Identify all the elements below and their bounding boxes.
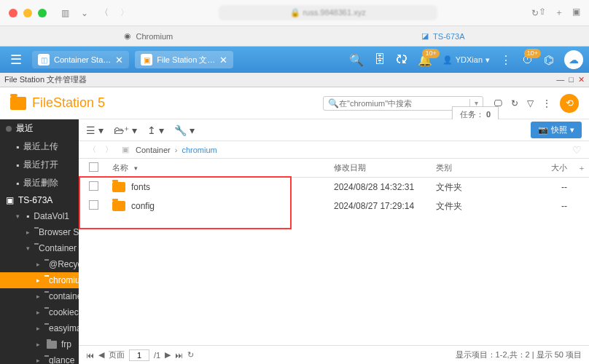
sidebar-volume[interactable]: ▾▪ DataVol1 bbox=[0, 208, 79, 224]
cloud-icon[interactable]: ☁ bbox=[564, 50, 583, 69]
create-button[interactable]: 🗁⁺ ▾ bbox=[114, 124, 137, 136]
main-area: 最近 ▪ 最近上传 ▪ 最近打开 ▪ 最近删除 ▣ TS-673A ▾▪ Dat… bbox=[0, 119, 589, 364]
settings-icon[interactable]: ⋮ bbox=[542, 98, 551, 108]
close-icon[interactable]: ✕ bbox=[578, 75, 585, 84]
speed-icon[interactable]: ⌬ bbox=[544, 53, 554, 67]
forward-icon[interactable]: 〉 bbox=[117, 7, 132, 19]
file-size: -- bbox=[516, 201, 574, 211]
close-icon[interactable]: ✕ bbox=[115, 55, 123, 66]
sidebar-item-browser-station[interactable]: ▸Browser Station bbox=[0, 224, 79, 240]
notification-icon[interactable]: 🔔10+ bbox=[418, 53, 432, 67]
fullscreen-window-icon[interactable] bbox=[38, 9, 47, 17]
close-window-icon[interactable] bbox=[9, 9, 17, 17]
window-title: File Station 文件管理器 bbox=[4, 74, 87, 85]
file-size: -- bbox=[516, 182, 574, 192]
back-icon[interactable]: 〈 bbox=[97, 7, 112, 19]
crumb-root-icon[interactable]: ▣ bbox=[120, 145, 131, 154]
sidebar-toggle-icon[interactable]: ▥ bbox=[58, 8, 72, 18]
app-tab-file-station[interactable]: ▣ File Station 文… ✕ bbox=[135, 51, 233, 68]
search-input[interactable] bbox=[339, 99, 469, 108]
sidebar-item-recycle[interactable]: ▸@Recycle bbox=[0, 256, 79, 272]
view-mode-button[interactable]: ☰ ▾ bbox=[86, 124, 104, 136]
volume-icon[interactable]: 🗄 bbox=[374, 53, 386, 66]
user-menu[interactable]: 👤 YDXian ▾ bbox=[442, 55, 490, 65]
search-icon[interactable]: 🔍 bbox=[349, 53, 364, 67]
row-checkbox[interactable] bbox=[89, 181, 98, 191]
sidebar-recent-upload[interactable]: ▪ 最近上传 bbox=[0, 138, 79, 156]
minimize-window-icon[interactable] bbox=[23, 9, 32, 17]
file-date: 2024/08/28 14:32:31 bbox=[334, 182, 436, 192]
sidebar-recent-header[interactable]: 最近 bbox=[0, 119, 79, 138]
table-row[interactable]: fonts 2024/08/28 14:32:31 文件夹 -- bbox=[79, 178, 589, 197]
snapshot-button[interactable]: 📷 快照 ▾ bbox=[531, 122, 582, 138]
sidebar-item-container[interactable]: ▾Container bbox=[0, 240, 79, 256]
content-area: ☰ ▾ 🗁⁺ ▾ ↥ ▾ 🔧 ▾ 📷 快照 ▾ 〈 〉 ▣ Container … bbox=[79, 119, 589, 364]
select-all-checkbox[interactable] bbox=[89, 162, 98, 172]
col-type-header[interactable]: 类别 bbox=[436, 162, 516, 173]
address-bar[interactable]: 🔒 russ.9848361.xyz bbox=[219, 5, 437, 20]
sidebar-device[interactable]: ▣ TS-673A bbox=[0, 192, 79, 208]
next-page-icon[interactable]: ▶ bbox=[165, 350, 171, 360]
col-name-header[interactable]: 名称 ▾ bbox=[108, 162, 334, 173]
col-size-header[interactable]: 大小 bbox=[516, 162, 574, 173]
qnap-icon: ◪ bbox=[421, 31, 429, 41]
user-name: YDXian bbox=[456, 55, 483, 64]
tab-label: TS-673A bbox=[433, 32, 464, 41]
col-add-header[interactable]: + bbox=[574, 164, 589, 173]
sidebar-item-container-station-data[interactable]: ▸container-station-data bbox=[0, 288, 79, 304]
sidebar-item-frp[interactable]: ▸frp bbox=[0, 336, 79, 352]
minimize-icon[interactable]: — bbox=[556, 75, 564, 84]
notification-badge: 10+ bbox=[422, 49, 439, 58]
footer-status: 显示项目：1-2,共：2 | 显示 50 项目 bbox=[456, 349, 582, 360]
crumb-container[interactable]: Container bbox=[136, 146, 171, 154]
smart-share-icon[interactable]: ⟲ bbox=[560, 94, 579, 113]
share-icon[interactable]: ⇧ bbox=[539, 7, 546, 19]
container-station-icon: ◫ bbox=[38, 54, 50, 66]
maximize-icon[interactable]: □ bbox=[569, 75, 574, 84]
dashboard-icon[interactable]: ⏱10+ bbox=[522, 53, 534, 66]
filestation-logo: FileStation 5 bbox=[10, 95, 105, 111]
favorite-icon[interactable]: ♡ bbox=[572, 144, 582, 156]
last-page-icon[interactable]: ⏭ bbox=[175, 351, 183, 360]
upload-button[interactable]: ↥ ▾ bbox=[147, 124, 164, 136]
chevron-down-icon[interactable]: ⌄ bbox=[78, 8, 91, 18]
menu-icon[interactable]: ☰ bbox=[6, 52, 26, 68]
chromium-icon: ◉ bbox=[124, 31, 131, 41]
folder-icon bbox=[112, 182, 125, 192]
sidebar-item-glance[interactable]: ▸glance bbox=[0, 352, 79, 364]
dashboard-badge: 10+ bbox=[524, 49, 541, 58]
sidebar-item-chromium[interactable]: ▸chromium bbox=[0, 272, 79, 288]
prev-page-icon[interactable]: ◀ bbox=[98, 350, 104, 360]
sidebar-recent-open[interactable]: ▪ 最近打开 bbox=[0, 156, 79, 174]
browser-tab-chromium[interactable]: ◉Chromium bbox=[109, 31, 187, 41]
filter-icon[interactable]: ▽ bbox=[527, 98, 534, 108]
filestation-header: FileStation 5 🔍 ▾ 🖵 ↻ ▽ ⋮ ⟲ bbox=[0, 87, 589, 119]
app-tab-container-station[interactable]: ◫ Container Sta… ✕ bbox=[32, 51, 129, 68]
new-tab-icon[interactable]: ＋ bbox=[555, 7, 563, 19]
col-date-header[interactable]: 修改日期 bbox=[334, 162, 436, 173]
page-input[interactable] bbox=[129, 349, 149, 361]
sidebar-item-cookiecloud[interactable]: ▸cookiecloud bbox=[0, 304, 79, 320]
row-checkbox[interactable] bbox=[89, 200, 98, 210]
crumb-back-icon[interactable]: 〈 bbox=[86, 144, 98, 155]
refresh-icon[interactable]: ↻ bbox=[511, 98, 518, 108]
more-icon[interactable]: ⋮ bbox=[500, 53, 512, 67]
tabs-overview-icon[interactable]: ▣ bbox=[572, 7, 580, 19]
crumb-fwd-icon[interactable]: 〉 bbox=[103, 144, 115, 155]
refresh-icon[interactable]: ↻ bbox=[531, 8, 539, 18]
first-page-icon[interactable]: ⏮ bbox=[86, 351, 94, 360]
crumb-chromium[interactable]: chromium bbox=[182, 146, 217, 154]
header-action-icons: 🖵 ↻ ▽ ⋮ ⟲ bbox=[494, 94, 579, 113]
file-station-icon: ▣ bbox=[141, 54, 152, 66]
tools-button[interactable]: 🔧 ▾ bbox=[174, 124, 195, 136]
close-icon[interactable]: ✕ bbox=[219, 55, 227, 66]
browser-tab-device[interactable]: ◪TS-673A bbox=[407, 31, 479, 41]
table-row[interactable]: config 2024/08/27 17:29:14 文件夹 -- bbox=[79, 197, 589, 215]
sidebar-item-easyimage[interactable]: ▸easyimage bbox=[0, 320, 79, 336]
backup-icon[interactable]: 🗘 bbox=[396, 53, 407, 66]
app-name: FileStation 5 bbox=[32, 95, 105, 111]
tab-label: Chromium bbox=[136, 32, 173, 41]
footer: ⏮ ◀ 页面 /1 ▶ ⏭ ↻ 显示项目：1-2,共：2 | 显示 50 项目 bbox=[79, 345, 589, 364]
footer-refresh-icon[interactable]: ↻ bbox=[187, 350, 194, 360]
sidebar-recent-delete[interactable]: ▪ 最近删除 bbox=[0, 174, 79, 192]
